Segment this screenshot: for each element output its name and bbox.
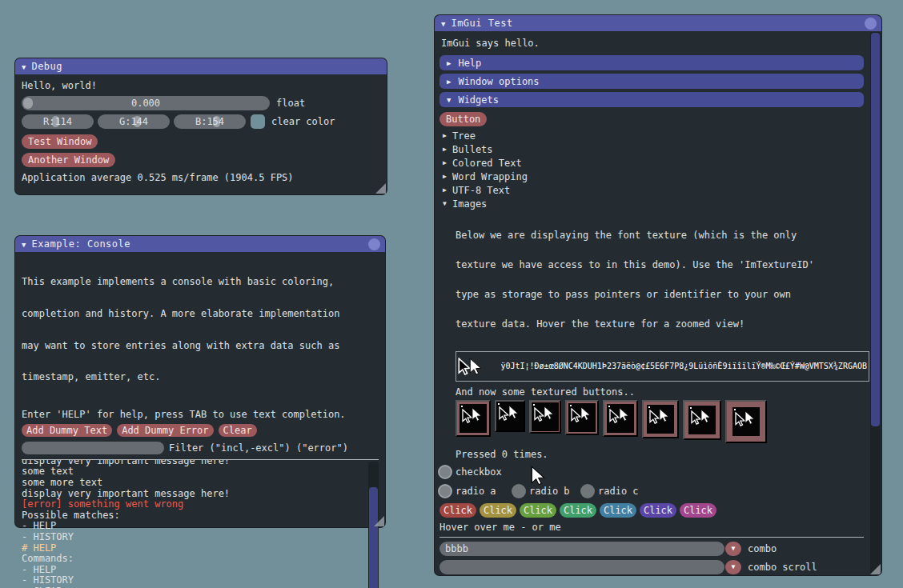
float-slider[interactable]: 0.000 [22, 96, 270, 110]
collapse-arrow-icon [447, 96, 451, 104]
slider-value: G:144 [98, 116, 170, 127]
combo-scroll-label: combo scroll [748, 562, 817, 573]
hover-text[interactable]: Hover over me - or me [439, 522, 864, 533]
click-button-4[interactable]: Click [560, 503, 596, 518]
header-label: Widgets [458, 94, 499, 106]
intro-line: This example implements a console with b… [22, 277, 379, 287]
log-line: [error] something went wrong [22, 499, 379, 510]
tree-node-utf8[interactable]: UTF-8 Text [439, 183, 864, 197]
tree-arrow-icon [439, 200, 452, 207]
click-button-3[interactable]: Click [520, 503, 556, 518]
console-window: Example: Console This example implements… [14, 235, 386, 528]
image-button[interactable] [456, 400, 491, 437]
greeting-text: Hello, world! [22, 80, 380, 91]
window-scrollbar[interactable] [870, 32, 881, 574]
image-button[interactable] [683, 400, 721, 440]
clear-button[interactable]: Clear [219, 424, 257, 437]
log-line: - HELP [22, 565, 379, 576]
click-button-2[interactable]: Click [480, 503, 516, 518]
click-button-6[interactable]: Click [640, 503, 676, 518]
tree-node-images[interactable]: Images [439, 197, 864, 210]
test-titlebar[interactable]: ImGui Test [435, 15, 881, 31]
images-text-line: type as storage to pass pointers or iden… [456, 290, 864, 299]
tree-node-tree[interactable]: Tree [439, 129, 864, 142]
close-icon[interactable] [368, 238, 380, 250]
radio-a[interactable] [438, 484, 452, 498]
desktop: { "app": { "background": "#72909a" }, "d… [0, 0, 903, 588]
fps-stats-text: Application average 0.525 ms/frame (1904… [22, 172, 380, 183]
debug-titlebar[interactable]: Debug [15, 58, 387, 74]
click-button-7[interactable]: Click [680, 503, 716, 518]
console-log-region[interactable]: display very important message here! som… [22, 460, 379, 588]
window-scrollbar-grab[interactable] [871, 33, 880, 426]
header-window-options[interactable]: Window options [439, 74, 864, 89]
resize-grip-icon[interactable] [375, 183, 386, 194]
debug-window: Debug Hello, world! 0.000 float R:114 G:… [14, 58, 387, 195]
log-line: - HISTORY [22, 575, 379, 586]
widget-button[interactable]: Button [439, 112, 487, 126]
checkbox[interactable] [438, 465, 452, 479]
combo-dropdown-icon[interactable] [725, 560, 741, 574]
click-button-1[interactable]: Click [439, 503, 476, 518]
tree-node-colored-text[interactable]: Colored Text [439, 156, 864, 170]
header-label: Help [458, 58, 481, 69]
log-line: - HISTORY [22, 532, 379, 543]
header-label: Window options [458, 76, 539, 87]
another-window-button[interactable]: Another Window [22, 153, 115, 167]
slider-r[interactable]: R:114 [22, 114, 94, 129]
window-title: Debug [31, 61, 62, 72]
combo-value: bbbb [439, 543, 468, 554]
image-button[interactable] [565, 400, 599, 435]
tree-node-bullets[interactable]: Bullets [439, 142, 864, 156]
log-scrollbar-grab[interactable] [369, 487, 378, 588]
tree-label: Colored Text [452, 158, 522, 169]
header-help[interactable]: Help [439, 55, 864, 70]
tree-node-word-wrapping[interactable]: Word Wrapping [439, 170, 864, 183]
images-text-line: texture data. Hover the texture for a zo… [456, 319, 864, 329]
log-line: some more text [22, 478, 379, 489]
combo-label: combo [748, 543, 777, 554]
image-button[interactable] [529, 400, 561, 434]
window-title: Example: Console [31, 238, 130, 250]
slider-b[interactable]: B:154 [174, 114, 246, 129]
float-slider-label: float [276, 98, 305, 109]
images-description: Below we are displaying the font texture… [456, 210, 864, 350]
console-intro-text: This example implements a console with b… [22, 256, 379, 404]
collapse-arrow-icon[interactable] [22, 61, 26, 72]
resize-grip-icon[interactable] [374, 516, 384, 526]
header-widgets[interactable]: Widgets [439, 92, 864, 107]
collapse-arrow-icon [447, 78, 451, 86]
console-titlebar[interactable]: Example: Console [15, 236, 385, 252]
clear-color-swatch[interactable] [251, 114, 265, 129]
resize-grip-icon[interactable] [870, 564, 881, 574]
log-line: Commands: [22, 554, 379, 565]
filter-input[interactable] [22, 442, 164, 454]
slider-g[interactable]: G:144 [98, 114, 170, 129]
textured-buttons-label: And now some textured buttons.. [456, 386, 864, 398]
click-button-5[interactable]: Click [600, 503, 636, 518]
add-dummy-text-button[interactable]: Add Dummy Text [22, 424, 112, 437]
textured-buttons-row [456, 400, 864, 443]
tree-label: Bullets [452, 144, 493, 155]
image-button[interactable] [642, 400, 679, 438]
add-dummy-error-button[interactable]: Add Dummy Error [117, 424, 213, 437]
close-icon[interactable] [865, 18, 877, 30]
image-button[interactable] [725, 400, 767, 443]
radio-c[interactable] [580, 484, 595, 498]
log-line: display very important message here! [22, 460, 379, 467]
slider-value: B:154 [174, 116, 246, 127]
combo-field[interactable]: bbbb [439, 542, 724, 556]
image-button[interactable] [603, 400, 638, 437]
test-window-button[interactable]: Test Window [22, 134, 98, 149]
pressed-count-text: Pressed 0 times. [456, 449, 864, 460]
radio-label: radio c [598, 486, 639, 497]
image-button[interactable] [495, 400, 525, 432]
log-line: display very important message here! [22, 489, 379, 500]
collapse-arrow-icon[interactable] [22, 238, 26, 250]
combo-dropdown-icon[interactable] [725, 542, 741, 556]
radio-b[interactable] [512, 484, 526, 498]
collapse-arrow-icon [447, 59, 451, 67]
combo-scroll-field[interactable] [439, 560, 724, 574]
collapse-arrow-icon[interactable] [441, 18, 445, 29]
font-texture-image[interactable]: ýÇf}{ÿj()[]‖¼ÝBÑòÙÖóÂÄÅÀô½¾ÙÚŽŠ8ÉÈ/å|ÈÞï… [456, 351, 869, 382]
